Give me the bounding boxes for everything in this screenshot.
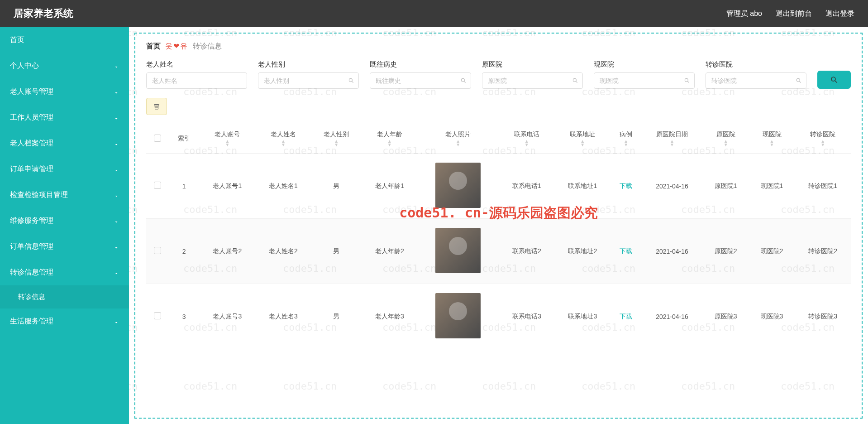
filter-label-3: 原医院: [482, 60, 583, 69]
download-link[interactable]: 下载: [620, 247, 632, 255]
svg-line-11: [835, 81, 837, 83]
sort-icon: ▲▼: [259, 140, 308, 147]
admin-label[interactable]: 管理员 abo: [726, 9, 762, 19]
svg-point-8: [796, 78, 800, 82]
sidebar-item-label: 订单申请管理: [10, 164, 53, 174]
column-header-12[interactable]: 现医院▲▼: [749, 124, 795, 154]
download-link[interactable]: 下载: [620, 313, 632, 320]
column-header-3[interactable]: 老人姓名▲▼: [255, 124, 311, 154]
table-row: 2老人账号2老人姓名2男老人年龄2联系电话2联系地址2下载2021-04-16原…: [146, 219, 851, 284]
table-row: 3老人账号3老人姓名3男老人年龄3联系电话3联系地址3下载2021-04-16原…: [146, 284, 851, 349]
filter-label-2: 既往病史: [370, 60, 471, 69]
header: 居家养老系统 管理员 abo 退出到前台 退出登录: [0, 0, 868, 27]
filter-input-1[interactable]: [258, 72, 359, 89]
sidebar-item-7[interactable]: 维修服务管理: [0, 208, 129, 234]
svg-line-1: [352, 82, 353, 83]
sidebar-item-label: 维修服务管理: [10, 216, 53, 226]
column-header-0: [146, 124, 169, 154]
sort-icon: ▲▼: [365, 140, 414, 147]
filter-input-5[interactable]: [706, 72, 806, 89]
sort-icon: ▲▼: [614, 140, 638, 147]
column-header-2[interactable]: 老人账号▲▼: [200, 124, 256, 154]
search-button[interactable]: [817, 71, 851, 89]
breadcrumb-current: 转诊信息: [193, 42, 222, 51]
select-all-checkbox[interactable]: [154, 135, 161, 142]
column-header-13[interactable]: 转诊医院▲▼: [795, 124, 851, 154]
sort-icon: ▲▼: [315, 140, 358, 147]
chevron-down-icon: [114, 319, 119, 324]
column-header-5[interactable]: 老人年龄▲▼: [362, 124, 418, 154]
column-header-1: 索引: [169, 124, 200, 154]
search-icon: [460, 77, 467, 84]
sidebar-item-label: 转诊信息管理: [10, 268, 53, 277]
chevron-down-icon: [114, 218, 119, 224]
main-content: code51.cncode51.cncode51.cncode51.cncode…: [129, 27, 868, 424]
sidebar-item-1[interactable]: 个人中心: [0, 53, 129, 79]
elder-photo: [435, 228, 481, 273]
chevron-down-icon: [114, 167, 119, 172]
sort-icon: ▲▼: [421, 140, 496, 147]
logout-link[interactable]: 退出登录: [825, 9, 854, 19]
sort-icon: ▲▼: [798, 140, 847, 147]
sidebar-item-label: 老人账号管理: [10, 87, 53, 96]
sort-icon: ▲▼: [753, 140, 792, 147]
app-title: 居家养老系统: [14, 7, 73, 20]
sidebar-item-8[interactable]: 订单信息管理: [0, 234, 129, 260]
svg-point-6: [685, 78, 688, 82]
sidebar-item-label: 工作人员管理: [10, 113, 53, 122]
download-link[interactable]: 下载: [620, 182, 632, 189]
filter-label-5: 转诊医院: [706, 60, 806, 69]
sidebar: 首页个人中心老人账号管理工作人员管理老人档案管理订单申请管理检查检验项目管理维修…: [0, 27, 129, 424]
column-header-7[interactable]: 联系电话▲▼: [499, 124, 555, 154]
search-icon: [572, 77, 578, 84]
data-table: 索引老人账号▲▼老人姓名▲▼老人性别▲▼老人年龄▲▼老人照片▲▼联系电话▲▼联系…: [146, 124, 851, 349]
sidebar-item-2[interactable]: 老人账号管理: [0, 79, 129, 105]
sidebar-item-9[interactable]: 转诊信息管理: [0, 260, 129, 285]
column-header-4[interactable]: 老人性别▲▼: [311, 124, 362, 154]
column-header-6[interactable]: 老人照片▲▼: [418, 124, 499, 154]
search-icon: [830, 76, 838, 84]
chevron-down-icon: [114, 193, 119, 198]
elder-photo: [435, 163, 481, 208]
column-header-11[interactable]: 原医院▲▼: [703, 124, 749, 154]
exit-frontend-link[interactable]: 退出到前台: [776, 9, 812, 19]
filter-bar: 老人姓名老人性别既往病史原医院现医院转诊医院: [146, 60, 851, 89]
svg-line-7: [688, 82, 689, 83]
svg-point-10: [831, 77, 835, 81]
sort-icon: ▲▼: [558, 140, 607, 147]
sidebar-item-5[interactable]: 订单申请管理: [0, 156, 129, 182]
row-checkbox[interactable]: [154, 182, 161, 189]
sidebar-item-0[interactable]: 首页: [0, 27, 129, 53]
table-row: 1老人账号1老人姓名1男老人年龄1联系电话1联系地址1下载2021-04-16原…: [146, 154, 851, 219]
chevron-down-icon: [114, 141, 119, 146]
elder-photo: [435, 293, 481, 338]
filter-input-2[interactable]: [370, 72, 471, 89]
sidebar-item-4[interactable]: 老人档案管理: [0, 130, 129, 156]
svg-line-3: [464, 82, 465, 83]
sort-icon: ▲▼: [203, 140, 252, 147]
sort-icon: ▲▼: [502, 140, 551, 147]
chevron-down-icon: [114, 115, 119, 120]
search-icon: [684, 77, 690, 84]
delete-button[interactable]: [146, 98, 167, 115]
breadcrumb-home[interactable]: 首页: [146, 42, 161, 51]
sidebar-subitem-9-0[interactable]: 转诊信息: [0, 285, 129, 308]
row-checkbox[interactable]: [154, 247, 161, 254]
trash-icon: [153, 103, 160, 110]
sort-icon: ▲▼: [706, 140, 745, 147]
filter-input-3[interactable]: [482, 72, 583, 89]
filter-input-4[interactable]: [594, 72, 695, 89]
column-header-8[interactable]: 联系地址▲▼: [555, 124, 611, 154]
svg-point-2: [461, 78, 464, 82]
sidebar-item-6[interactable]: 检查检验项目管理: [0, 182, 129, 208]
column-header-10[interactable]: 原医院日期▲▼: [641, 124, 703, 154]
row-checkbox[interactable]: [154, 312, 161, 319]
column-header-9[interactable]: 病例▲▼: [610, 124, 641, 154]
sidebar-item-3[interactable]: 工作人员管理: [0, 105, 129, 130]
filter-input-0[interactable]: [146, 72, 247, 89]
search-icon: [348, 77, 354, 84]
chevron-down-icon: [114, 89, 119, 95]
chevron-up-icon: [114, 270, 119, 275]
sidebar-item-10[interactable]: 生活服务管理: [0, 308, 129, 334]
chevron-down-icon: [114, 63, 119, 69]
